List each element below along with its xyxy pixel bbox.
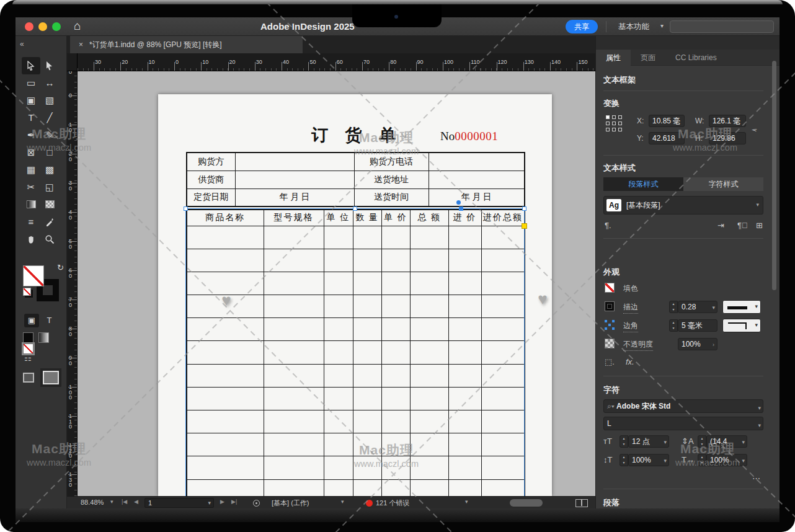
- preview-screen-mode-button[interactable]: [43, 371, 59, 384]
- horizontal-scale-stepper[interactable]: ▲▼: [698, 454, 706, 466]
- swap-fill-stroke-icon[interactable]: ↻: [57, 263, 64, 272]
- normal-screen-mode-button[interactable]: [23, 373, 34, 383]
- previous-page-button[interactable]: ◀: [134, 499, 138, 505]
- paragraph-mark-icon[interactable]: ¶.: [605, 221, 611, 230]
- gap-tool[interactable]: ↔: [40, 74, 59, 92]
- preflight-chevron-icon[interactable]: ▾: [341, 499, 344, 505]
- stroke-style-select[interactable]: ▾: [722, 300, 761, 314]
- apply-gradient-button[interactable]: [38, 332, 49, 343]
- panel-scrollbar-thumb[interactable]: [772, 61, 776, 290]
- selection-handle[interactable]: [522, 206, 526, 211]
- direct-selection-tool[interactable]: [40, 57, 59, 74]
- line-tool[interactable]: ╱: [40, 109, 59, 126]
- content-collector-tool[interactable]: ▣: [22, 92, 40, 109]
- horizontal-grid-tool[interactable]: ▦: [22, 161, 40, 179]
- eyedropper-tool[interactable]: [40, 213, 59, 231]
- corner-value-field[interactable]: 5 毫米: [678, 319, 717, 332]
- home-icon[interactable]: ⌂: [74, 19, 81, 33]
- opacity-label[interactable]: 不透明度: [623, 339, 653, 351]
- leading-stepper[interactable]: ▲▼: [698, 435, 706, 448]
- pen-tool[interactable]: ✒: [22, 126, 40, 144]
- workspace-menu[interactable]: 基本功能: [618, 22, 649, 32]
- zoom-chevron-icon[interactable]: ▾: [110, 499, 113, 505]
- tab-properties[interactable]: 属性: [596, 50, 631, 66]
- corner-style-select[interactable]: ▾: [722, 319, 761, 332]
- formatting-affects-container-button[interactable]: ▣: [24, 314, 39, 327]
- document-tab[interactable]: ×*订货单1.indd @ 88% [GPU 预览] [转换]: [70, 36, 303, 53]
- rectangle-frame-tool[interactable]: ⊠: [22, 144, 40, 161]
- y-field[interactable]: 42.618: [649, 132, 685, 144]
- content-placer-tool[interactable]: ▧: [40, 92, 59, 109]
- scissors-tool[interactable]: ✂: [22, 179, 40, 196]
- paragraph-style-select[interactable]: Ag [基本段落] ▾: [603, 196, 763, 215]
- last-page-button[interactable]: ▶|: [231, 499, 237, 505]
- selection-handle-active[interactable]: [459, 206, 463, 211]
- gradient-feather-tool[interactable]: [40, 196, 59, 213]
- spread-view-icon[interactable]: [575, 499, 588, 507]
- clear-overrides-icon[interactable]: ¶⃠: [737, 221, 748, 230]
- close-window-button[interactable]: [25, 22, 33, 31]
- pencil-tool[interactable]: ✎: [40, 126, 59, 144]
- formatting-affects-text-button[interactable]: T: [42, 314, 56, 327]
- more-options-icon[interactable]: ⋯: [752, 474, 760, 483]
- zoom-tool[interactable]: [40, 231, 59, 248]
- next-page-button[interactable]: ▶: [220, 499, 224, 505]
- error-count[interactable]: 121 个错误: [376, 499, 409, 508]
- horizontal-ruler[interactable]: 3020100102030405060708090100110120130140…: [78, 53, 595, 71]
- default-fill-stroke-icon[interactable]: [23, 288, 31, 296]
- hand-tool[interactable]: [22, 231, 40, 248]
- selection-handle[interactable]: [184, 206, 188, 211]
- corner-stepper[interactable]: ▲▼: [669, 319, 678, 332]
- vertical-ruler[interactable]: 1 001 02 03 04 05 06 07 08 09 01 0 01 1 …: [67, 71, 78, 496]
- reference-point-proxy[interactable]: [606, 115, 622, 131]
- share-button[interactable]: 共享: [566, 20, 598, 33]
- w-field[interactable]: 126.1 毫: [709, 115, 746, 127]
- frame-fitting-icon[interactable]: ⬚.: [605, 357, 615, 366]
- first-page-button[interactable]: |◀: [122, 499, 127, 505]
- selection-handle[interactable]: [353, 206, 357, 211]
- gradient-swatch-tool[interactable]: [22, 196, 40, 213]
- selection-tool[interactable]: [22, 57, 40, 74]
- apply-color-button[interactable]: [23, 332, 33, 343]
- font-style-select[interactable]: L▾: [603, 417, 763, 430]
- stroke-color-swatch[interactable]: [605, 301, 615, 311]
- tab-cc-libraries[interactable]: CC Libraries: [665, 50, 727, 66]
- x-field[interactable]: 10.85 毫: [649, 115, 685, 127]
- effects-icon[interactable]: fx.: [626, 357, 634, 366]
- constrain-proportions-icon[interactable]: ⦟: [750, 122, 759, 134]
- error-chevron-icon[interactable]: ▾: [465, 499, 468, 505]
- opacity-field[interactable]: 100%›: [678, 338, 717, 350]
- canvas-pasteboard[interactable]: 订 货 单 No0000001 购货方购货方电话供货商送货地址定货日期年 月 日…: [78, 71, 595, 496]
- zoom-level[interactable]: 88.48%: [81, 499, 104, 506]
- collapse-tools-icon[interactable]: «: [20, 40, 24, 48]
- new-style-icon[interactable]: ⊞: [756, 221, 763, 230]
- stroke-weight-field[interactable]: 0.28▾: [678, 301, 717, 313]
- redefine-style-icon[interactable]: ⇥: [717, 221, 724, 230]
- page-tool[interactable]: ▭: [22, 74, 40, 92]
- document-page[interactable]: 订 货 单 No0000001 购货方购货方电话供货商送货地址定货日期年 月 日…: [158, 94, 552, 496]
- search-input[interactable]: [670, 20, 774, 33]
- fill-swatch-none[interactable]: [23, 265, 44, 286]
- rectangle-tool[interactable]: □: [40, 144, 59, 161]
- apply-none-button[interactable]: [23, 344, 33, 354]
- preflight-profile[interactable]: [基本] (工作): [272, 499, 309, 508]
- character-styles-tab[interactable]: 字符样式: [683, 177, 763, 191]
- horizontal-scrollbar-thumb[interactable]: [510, 499, 543, 507]
- tab-pages[interactable]: 页面: [631, 50, 665, 66]
- vertical-scale-stepper[interactable]: ▲▼: [620, 454, 628, 466]
- free-transform-tool[interactable]: ◱: [40, 179, 59, 196]
- font-family-select[interactable]: ⌕▾ Adobe 宋体 Std▾: [603, 399, 763, 413]
- note-tool[interactable]: ≡: [22, 213, 40, 231]
- close-tab-icon[interactable]: ×: [79, 40, 83, 49]
- vertical-grid-tool[interactable]: ▩: [40, 161, 59, 179]
- text-inport-dot[interactable]: [456, 200, 461, 205]
- corner-label[interactable]: 边角: [623, 321, 638, 332]
- leading-field[interactable]: (14.4▾: [706, 435, 747, 448]
- minimize-window-button[interactable]: [38, 22, 47, 31]
- h-field[interactable]: 129.86: [709, 132, 746, 144]
- paragraph-styles-tab[interactable]: 段落样式: [603, 177, 683, 191]
- ruler-origin[interactable]: [67, 53, 78, 71]
- preflight-icon[interactable]: [253, 500, 260, 507]
- fill-color-swatch[interactable]: [605, 283, 615, 293]
- stroke-label[interactable]: 描边: [623, 302, 638, 314]
